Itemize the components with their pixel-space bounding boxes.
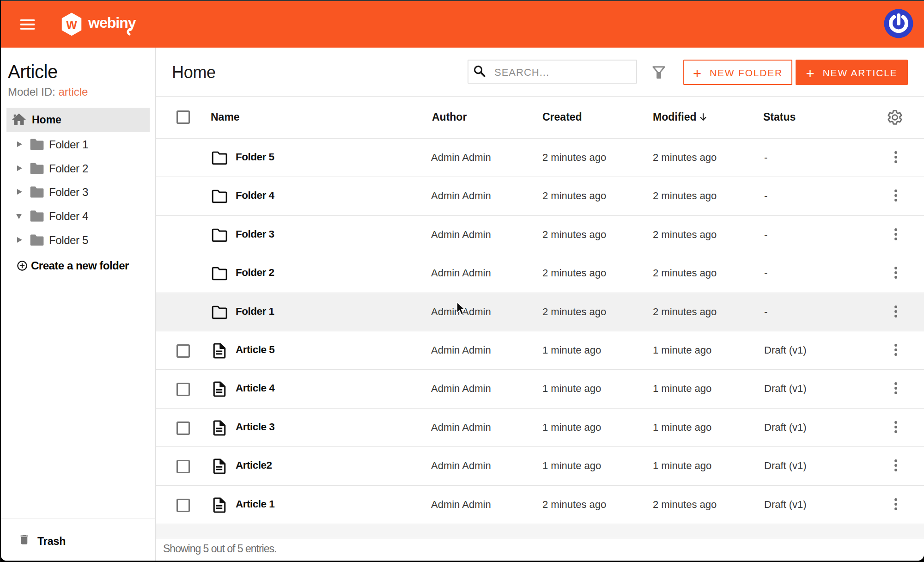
svg-text:W: W (66, 18, 77, 31)
